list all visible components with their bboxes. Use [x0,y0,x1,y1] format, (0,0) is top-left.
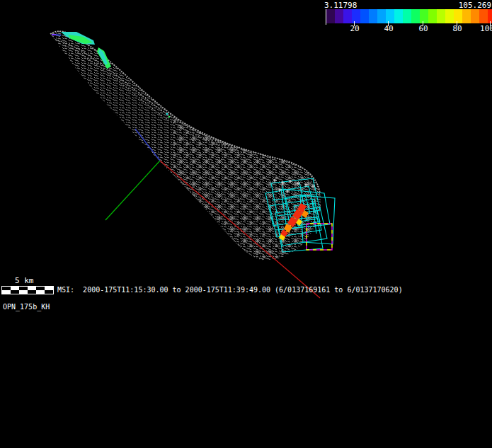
colorbar-color-block [437,9,445,23]
colorbar-color-block [343,9,352,23]
scene-3d-view[interactable] [0,0,492,448]
colorbar-color-block [445,9,454,23]
scalebar-cell [11,290,19,294]
scalebar-cell [19,290,28,294]
axis-y-green [105,161,160,220]
colorbar-color-block [386,9,394,23]
colorbar-color-block [454,9,462,23]
colorbar-color-block [471,9,479,23]
colorbar-color-block [462,9,471,23]
scalebar-cell [45,290,53,294]
colorbar-tick-label: 40 [384,24,393,33]
mesh-cyan-dot [166,113,168,115]
colorbar-color-block [352,9,360,23]
colorbar-color-block [479,9,488,23]
observation-time-range: MSI: 2000-175T11:15:30.00 to 2000-175T11… [57,286,403,294]
scalebar [1,286,54,294]
colorbar-color-block [335,9,343,23]
scalebar-cell [2,290,11,294]
colorbar: 3.11798 105.269 20 40 60 80 100 [0,0,492,35]
colorbar-tick-label: 20 [350,24,359,33]
colorbar-color-block [394,9,403,23]
colorbar-color-block [326,9,335,23]
colorbar-tick-label: 80 [452,24,462,33]
colorbar-color-block [411,9,420,23]
colorbar-tick-label: 60 [418,24,428,33]
scalebar-cell [28,290,36,294]
scalebar-label: 5 km [15,276,34,285]
colorbar-tick-label: 100 [480,24,492,33]
colorbar-color-block [428,9,437,23]
colorbar-color-block [377,9,386,23]
mesh-green-dot [168,116,170,117]
colorbar-color-block [403,9,411,23]
colorbar-color-block [369,9,377,23]
colorbar-color-block [420,9,428,23]
msi-coverage-viewport: 3.11798 105.269 20 40 60 80 100 5 km MSI… [0,0,492,448]
colorbar-gradient [326,9,492,23]
sequence-label: OPN_175b_KH [3,303,50,311]
scalebar-cell [36,290,45,294]
colorbar-color-block [360,9,369,23]
